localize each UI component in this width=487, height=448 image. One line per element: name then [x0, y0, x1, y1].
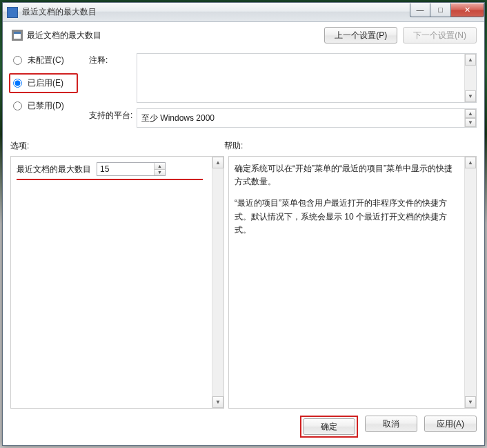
- scroll-down-icon[interactable]: ▼: [465, 90, 476, 102]
- radio-enabled-input[interactable]: [13, 79, 22, 88]
- radio-enabled-label: 已启用(E): [28, 77, 63, 89]
- platform-label: 支持的平台:: [89, 108, 134, 121]
- apply-button[interactable]: 应用(A): [424, 416, 477, 432]
- ok-button[interactable]: 确定: [303, 418, 355, 435]
- close-button[interactable]: ✕: [451, 3, 484, 17]
- radio-disabled-label: 已禁用(D): [28, 100, 64, 112]
- radio-not-configured-input[interactable]: [13, 56, 22, 65]
- minimize-button[interactable]: —: [410, 3, 430, 17]
- spinner-up-icon[interactable]: ▲: [155, 163, 165, 170]
- scroll-down-icon[interactable]: ▼: [212, 396, 223, 408]
- section-labels: 选项: 帮助:: [10, 140, 477, 152]
- scroll-down-icon[interactable]: ▼: [465, 396, 476, 408]
- options-pane: 最近文档的最大数目 15 ▲ ▼ ▲ ▼: [10, 156, 224, 409]
- platform-value: 至少 Windows 2000: [141, 113, 215, 124]
- dialog-buttons: 确定 取消 应用(A): [10, 416, 477, 438]
- ok-button-highlight: 确定: [300, 416, 358, 438]
- options-scrollbar[interactable]: ▲ ▼: [212, 157, 223, 408]
- scroll-up-icon[interactable]: ▲: [465, 109, 476, 118]
- platform-box: 至少 Windows 2000 ▲ ▼: [137, 108, 477, 128]
- config-grid: 未配置(C) 已启用(E) 已禁用(D) 注释: ▲: [10, 53, 477, 128]
- scroll-down-icon[interactable]: ▼: [465, 118, 476, 127]
- option-row: 最近文档的最大数目 15 ▲ ▼: [17, 162, 206, 176]
- comment-label: 注释:: [89, 53, 134, 66]
- platform-scrollbar[interactable]: ▲ ▼: [464, 109, 476, 127]
- header-row: 最近文档的最大数目 上一个设置(P) 下一个设置(N): [10, 28, 477, 43]
- scroll-up-icon[interactable]: ▲: [465, 157, 476, 168]
- radio-enabled-highlight: 已启用(E): [9, 73, 78, 93]
- titlebar[interactable]: 最近文档的最大数目 — □ ✕: [3, 3, 484, 22]
- help-scrollbar[interactable]: ▲ ▼: [464, 157, 476, 408]
- client-area: 最近文档的最大数目 上一个设置(P) 下一个设置(N) 未配置(C) 已启用(E…: [3, 22, 484, 445]
- cancel-button[interactable]: 取消: [365, 416, 417, 432]
- app-icon: [7, 7, 18, 18]
- option-underline-annotation: [17, 179, 203, 180]
- max-docs-input[interactable]: 15 ▲ ▼: [97, 162, 166, 176]
- window-title: 最近文档的最大数目: [22, 6, 410, 18]
- spinner[interactable]: ▲ ▼: [154, 163, 165, 175]
- max-docs-value[interactable]: 15: [97, 163, 154, 175]
- next-setting-button: 下一个设置(N): [403, 27, 477, 43]
- spinner-down-icon[interactable]: ▼: [155, 170, 165, 176]
- help-pane: 确定系统可以在“开始”菜单的“最近的项目”菜单中显示的快捷方式数量。 “最近的项…: [228, 156, 477, 409]
- scroll-up-icon[interactable]: ▲: [465, 54, 476, 66]
- options-label: 选项:: [10, 140, 224, 152]
- radio-disabled-input[interactable]: [13, 101, 22, 110]
- panes: 最近文档的最大数目 15 ▲ ▼ ▲ ▼: [10, 156, 477, 409]
- state-radios: 未配置(C) 已启用(E) 已禁用(D): [10, 53, 86, 112]
- header-title: 最近文档的最大数目: [27, 28, 101, 41]
- maximize-button[interactable]: □: [430, 3, 451, 17]
- window-controls: — □ ✕: [410, 3, 484, 17]
- radio-disabled[interactable]: 已禁用(D): [10, 100, 86, 112]
- radio-not-configured[interactable]: 未配置(C): [10, 55, 86, 66]
- option-label: 最近文档的最大数目: [17, 164, 91, 175]
- help-text: 确定系统可以在“开始”菜单的“最近的项目”菜单中显示的快捷方式数量。 “最近的项…: [229, 157, 464, 408]
- previous-setting-button[interactable]: 上一个设置(P): [324, 27, 397, 43]
- policy-icon: [12, 30, 23, 41]
- dialog-window: 最近文档的最大数目 — □ ✕ 最近文档的最大数目 上一个设置(P) 下一个设置…: [2, 2, 485, 446]
- comment-textarea[interactable]: ▲ ▼: [137, 53, 477, 103]
- scroll-up-icon[interactable]: ▲: [212, 157, 223, 168]
- radio-enabled[interactable]: 已启用(E): [10, 77, 72, 89]
- help-paragraph-2: “最近的项目”菜单包含用户最近打开的非程序文件的快捷方式。默认情况下，系统会显示…: [235, 197, 459, 237]
- help-label: 帮助:: [224, 140, 243, 152]
- comment-scrollbar[interactable]: ▲ ▼: [464, 54, 476, 102]
- radio-not-configured-label: 未配置(C): [28, 55, 64, 66]
- help-paragraph-1: 确定系统可以在“开始”菜单的“最近的项目”菜单中显示的快捷方式数量。: [235, 162, 459, 188]
